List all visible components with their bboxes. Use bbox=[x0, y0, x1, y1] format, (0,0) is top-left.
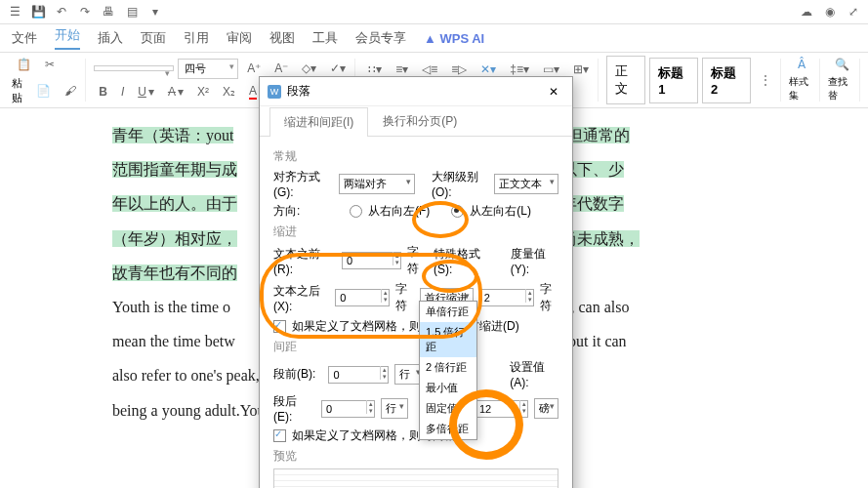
measure-input[interactable]: 2 bbox=[479, 289, 534, 306]
preview-box bbox=[273, 468, 558, 488]
rtl-label: 从右向左(F) bbox=[368, 203, 430, 220]
style-h2[interactable]: 标题 2 bbox=[702, 58, 751, 103]
indent-before-input[interactable]: 0 bbox=[342, 252, 401, 269]
ribbon-tabs: 文件 开始 插入 页面 引用 审阅 视图 工具 会员专享 ▲ WPS AI bbox=[0, 24, 868, 53]
clear-format-icon[interactable]: ◇▾ bbox=[297, 59, 321, 78]
text-line: mean the time betw bbox=[112, 333, 235, 349]
space-before-input[interactable]: 0 bbox=[328, 366, 388, 384]
setvalue-input[interactable]: 12 bbox=[475, 400, 528, 418]
find-icon[interactable]: 🔍 bbox=[835, 58, 849, 71]
find-label: 查找替 bbox=[828, 75, 855, 102]
title-bar: ☰ 💾 ↶ ↷ 🖶 ▤ ▾ ☁ ◉ ⤢ bbox=[0, 0, 868, 24]
styleset-icon[interactable]: А̂ bbox=[798, 58, 806, 71]
ltr-radio[interactable] bbox=[451, 205, 464, 218]
dropdown-option[interactable]: 多倍行距 bbox=[420, 419, 476, 439]
format-painter-icon[interactable]: 🖌 bbox=[60, 81, 81, 101]
strike-icon[interactable]: A▾ bbox=[163, 82, 188, 102]
section-indent: 缩进 bbox=[273, 224, 558, 240]
setvalue-unit[interactable]: 磅 bbox=[534, 398, 558, 419]
indent-after-input[interactable]: 0 bbox=[335, 289, 390, 306]
undo-icon[interactable]: ↶ bbox=[55, 5, 68, 19]
auto-indent-checkbox[interactable] bbox=[273, 320, 286, 333]
save-icon[interactable]: 💾 bbox=[31, 5, 45, 19]
lineheight-dropdown[interactable]: 单倍行距 1.5 倍行距 2 倍行距 最小值 固定值 多倍行距 bbox=[419, 301, 477, 440]
styleset-label: 样式集 bbox=[789, 75, 816, 102]
chars-unit: 字符 bbox=[407, 244, 428, 277]
expand-icon[interactable]: ⤢ bbox=[847, 5, 860, 19]
shrink-font-icon[interactable]: A⁻ bbox=[269, 59, 293, 78]
style-h1[interactable]: 标题 1 bbox=[649, 58, 698, 103]
auto-indent-label: 如果定义了文档网格，则自动调整右缩进(D) bbox=[292, 318, 519, 335]
indent-after-label: 文本之后(X): bbox=[273, 283, 329, 313]
menu-icon[interactable]: ☰ bbox=[8, 5, 21, 19]
space-before-label: 段前(B): bbox=[273, 366, 322, 383]
dialog-tab-pagination[interactable]: 换行和分页(P) bbox=[368, 106, 472, 136]
italic-icon[interactable]: I bbox=[116, 82, 129, 102]
robot-icon[interactable]: ◉ bbox=[823, 5, 837, 19]
font-size-select[interactable]: 四号 bbox=[178, 59, 238, 79]
setvalue-label: 设置值(A): bbox=[510, 359, 558, 389]
preview-icon[interactable]: ▤ bbox=[125, 5, 139, 19]
text-line: （年岁）相对应， bbox=[112, 230, 237, 247]
styles-more-icon[interactable]: ⋮ bbox=[755, 70, 776, 90]
text-line: 年以上的人。由于 bbox=[112, 195, 237, 212]
text-line: Youth is the time o bbox=[112, 299, 230, 315]
section-general: 常规 bbox=[273, 148, 558, 165]
indent-before-label: 文本之前(R): bbox=[273, 246, 336, 276]
font-select[interactable] bbox=[94, 65, 174, 71]
rtl-radio[interactable] bbox=[350, 205, 362, 218]
text-line: 故青年也有不同的 bbox=[112, 264, 237, 281]
phonetic-icon[interactable]: ✓▾ bbox=[325, 59, 351, 78]
style-normal[interactable]: 正文 bbox=[606, 56, 645, 104]
dropdown-option[interactable]: 1.5 倍行距 bbox=[420, 322, 476, 357]
tab-tools[interactable]: 工具 bbox=[312, 29, 338, 47]
close-icon[interactable]: ✕ bbox=[543, 85, 564, 99]
cloud-icon[interactable]: ☁ bbox=[800, 5, 813, 19]
align-select[interactable]: 两端对齐 bbox=[339, 174, 415, 194]
bold-icon[interactable]: B bbox=[94, 82, 112, 102]
measure-label: 度量值(Y): bbox=[511, 246, 558, 276]
snap-grid-checkbox[interactable] bbox=[273, 429, 286, 442]
paste-icon[interactable]: 📋 bbox=[12, 55, 36, 74]
tab-vip[interactable]: 会员专享 bbox=[355, 29, 406, 47]
dropdown-option[interactable]: 固定值 bbox=[420, 398, 476, 419]
sa-unit[interactable]: 行 bbox=[381, 398, 408, 419]
space-after-label: 段后(E): bbox=[273, 393, 315, 424]
cut-icon[interactable]: ✂ bbox=[40, 55, 60, 74]
align-label: 对齐方式(G): bbox=[273, 169, 333, 199]
tab-ref[interactable]: 引用 bbox=[184, 29, 209, 47]
underline-icon[interactable]: U▾ bbox=[133, 82, 159, 102]
chars-unit3: 字符 bbox=[540, 281, 558, 314]
outline-select[interactable]: 正文文本 bbox=[494, 174, 558, 194]
superscript-icon[interactable]: X² bbox=[192, 82, 214, 102]
text-line: 范围指童年期与成 bbox=[112, 161, 237, 178]
dialog-tab-indent[interactable]: 缩进和间距(I) bbox=[269, 107, 368, 137]
dialog-title: 段落 bbox=[287, 83, 310, 100]
word-icon: W bbox=[268, 85, 281, 99]
copy-icon[interactable]: 📄 bbox=[31, 81, 56, 101]
outline-label: 大纲级别(O): bbox=[432, 169, 488, 199]
dropdown-option[interactable]: 最小值 bbox=[420, 378, 476, 398]
subscript-icon[interactable]: X₂ bbox=[218, 82, 240, 102]
chars-unit2: 字符 bbox=[395, 281, 414, 314]
tab-insert[interactable]: 插入 bbox=[98, 29, 123, 47]
dropdown-option[interactable]: 2 倍行距 bbox=[420, 357, 476, 378]
grow-font-icon[interactable]: A⁺ bbox=[242, 59, 266, 78]
special-label: 特殊格式(S): bbox=[434, 246, 492, 276]
redo-icon[interactable]: ↷ bbox=[78, 5, 92, 19]
print-icon[interactable]: 🖶 bbox=[102, 5, 115, 19]
tab-wpsai[interactable]: ▲ WPS AI bbox=[424, 31, 484, 46]
section-spacing: 间距 bbox=[273, 339, 558, 355]
space-after-input[interactable]: 0 bbox=[321, 400, 375, 418]
dropdown-option[interactable]: 单倍行距 bbox=[420, 302, 476, 322]
tab-page[interactable]: 页面 bbox=[141, 29, 166, 47]
text-line: 青年（英语：yout bbox=[112, 127, 233, 143]
more-icon[interactable]: ▾ bbox=[148, 5, 162, 19]
tab-view[interactable]: 视图 bbox=[269, 29, 295, 47]
ltr-label: 从左向右(L) bbox=[470, 203, 531, 220]
tab-file[interactable]: 文件 bbox=[12, 29, 37, 47]
section-preview: 预览 bbox=[273, 448, 558, 465]
tab-start[interactable]: 开始 bbox=[55, 26, 80, 50]
direction-label: 方向: bbox=[273, 203, 344, 220]
tab-review[interactable]: 审阅 bbox=[227, 29, 252, 47]
